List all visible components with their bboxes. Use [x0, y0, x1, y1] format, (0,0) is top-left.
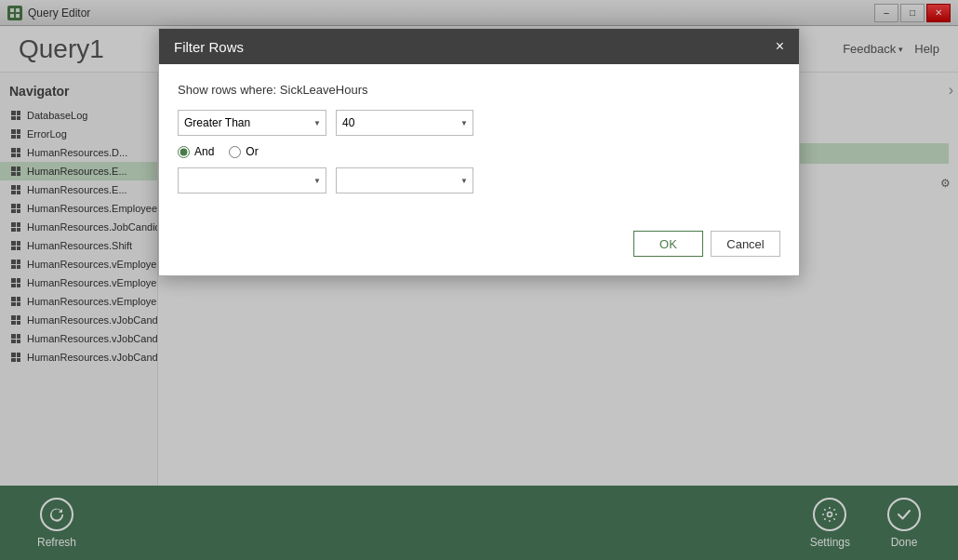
ok-button[interactable]: OK	[633, 231, 703, 257]
modal-overlay: Filter Rows × Show rows where: SickLeave…	[0, 0, 958, 560]
filter-row-2	[178, 167, 780, 193]
value-select-wrapper: 40 0 10 20 30 50	[336, 110, 473, 136]
modal-subtitle: Show rows where: SickLeaveHours	[178, 83, 780, 97]
radio-and[interactable]: And	[178, 145, 214, 158]
cancel-button[interactable]: Cancel	[711, 231, 780, 257]
radio-group: And Or	[178, 145, 780, 158]
radio-or[interactable]: Or	[229, 145, 258, 158]
modal-title-bar: Filter Rows ×	[159, 29, 799, 64]
condition-select-wrapper: Greater Than Less Than Equals Does Not E…	[178, 110, 326, 136]
filter-row-1: Greater Than Less Than Equals Does Not E…	[178, 110, 780, 136]
modal-footer: OK Cancel	[159, 221, 799, 275]
condition-select[interactable]: Greater Than Less Than Equals Does Not E…	[178, 110, 326, 136]
value2-select[interactable]	[336, 167, 473, 193]
modal-body: Show rows where: SickLeaveHours Greater …	[159, 64, 799, 221]
condition2-select[interactable]	[178, 167, 326, 193]
modal-close-button[interactable]: ×	[776, 38, 784, 55]
radio-or-label: Or	[246, 145, 258, 158]
modal-title: Filter Rows	[174, 39, 244, 55]
filter-rows-modal: Filter Rows × Show rows where: SickLeave…	[158, 28, 800, 276]
value-select[interactable]: 40 0 10 20 30 50	[336, 110, 473, 136]
condition2-select-wrapper	[178, 167, 326, 193]
value2-select-wrapper	[336, 167, 473, 193]
radio-and-label: And	[194, 145, 214, 158]
